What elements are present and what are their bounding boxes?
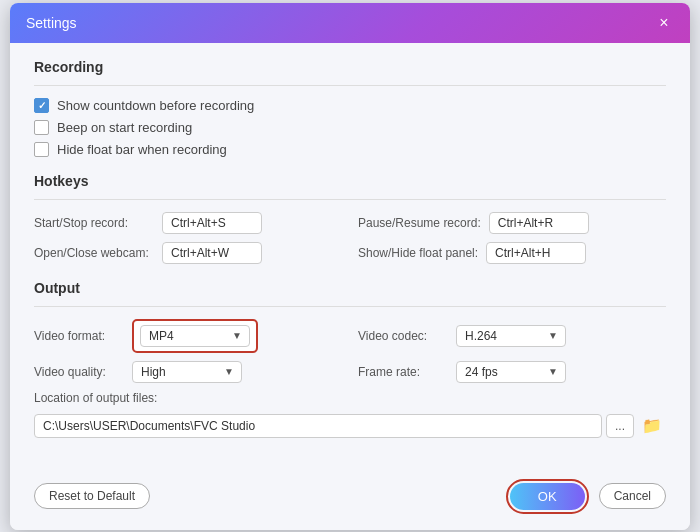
hotkey-pause-resume-input[interactable] — [489, 212, 589, 234]
video-codec-select-wrapper: H.264 H.265 ▼ — [456, 325, 566, 347]
hotkey-row-webcam: Open/Close webcam: — [34, 242, 342, 264]
hotkeys-grid: Start/Stop record: Pause/Resume record: … — [34, 212, 666, 264]
checkbox-hidefloat[interactable] — [34, 142, 49, 157]
checkbox-countdown[interactable] — [34, 98, 49, 113]
output-grid: Video format: MP4 AVI MOV ▼ — [34, 319, 666, 383]
video-format-highlight: MP4 AVI MOV ▼ — [132, 319, 258, 353]
close-button[interactable]: × — [654, 13, 674, 33]
recording-title: Recording — [34, 59, 666, 75]
video-format-select[interactable]: MP4 AVI MOV — [140, 325, 250, 347]
video-codec-select[interactable]: H.264 H.265 — [456, 325, 566, 347]
file-dots-button[interactable]: ... — [606, 414, 634, 438]
file-path-row: ... 📁 — [34, 413, 666, 439]
file-location-label: Location of output files: — [34, 391, 157, 405]
frame-rate-select[interactable]: 24 fps 30 fps 60 fps — [456, 361, 566, 383]
video-quality-select-wrapper: High Medium Low ▼ — [132, 361, 242, 383]
output-divider — [34, 306, 666, 307]
output-row-video-format: Video format: MP4 AVI MOV ▼ — [34, 319, 342, 353]
video-quality-label: Video quality: — [34, 365, 124, 379]
video-format-label: Video format: — [34, 329, 124, 343]
footer: Reset to Default OK Cancel — [10, 471, 690, 530]
reset-to-default-button[interactable]: Reset to Default — [34, 483, 150, 509]
video-format-select-wrapper: MP4 AVI MOV ▼ — [140, 325, 250, 347]
folder-icon[interactable]: 📁 — [638, 413, 666, 439]
hotkey-row-floatpanel: Show/Hide float panel: — [358, 242, 666, 264]
hotkey-pause-resume-label: Pause/Resume record: — [358, 216, 481, 230]
checkbox-countdown-label: Show countdown before recording — [57, 98, 254, 113]
checkbox-hidefloat-label: Hide float bar when recording — [57, 142, 227, 157]
output-title: Output — [34, 280, 666, 296]
hotkey-webcam-input[interactable] — [162, 242, 262, 264]
frame-rate-label: Frame rate: — [358, 365, 448, 379]
cancel-button[interactable]: Cancel — [599, 483, 666, 509]
hotkey-webcam-label: Open/Close webcam: — [34, 246, 154, 260]
hotkey-floatpanel-label: Show/Hide float panel: — [358, 246, 478, 260]
hotkey-start-stop-input[interactable] — [162, 212, 262, 234]
hotkeys-divider — [34, 199, 666, 200]
hotkey-start-stop-label: Start/Stop record: — [34, 216, 154, 230]
video-quality-select[interactable]: High Medium Low — [132, 361, 242, 383]
output-row-video-quality: Video quality: High Medium Low ▼ — [34, 361, 342, 383]
frame-rate-select-wrapper: 24 fps 30 fps 60 fps ▼ — [456, 361, 566, 383]
settings-dialog: Settings × Recording Show countdown befo… — [10, 3, 690, 530]
output-section: Output Video format: MP4 AVI MOV ▼ — [34, 280, 666, 439]
ok-btn-wrapper: OK — [506, 479, 589, 514]
output-row-video-codec: Video codec: H.264 H.265 ▼ — [358, 319, 666, 353]
output-row-frame-rate: Frame rate: 24 fps 30 fps 60 fps ▼ — [358, 361, 666, 383]
checkbox-row-beep: Beep on start recording — [34, 120, 666, 135]
hotkey-row-start-stop: Start/Stop record: — [34, 212, 342, 234]
hotkey-row-pause-resume: Pause/Resume record: — [358, 212, 666, 234]
video-codec-label: Video codec: — [358, 329, 448, 343]
hotkey-floatpanel-input[interactable] — [486, 242, 586, 264]
hotkeys-section: Hotkeys Start/Stop record: Pause/Resume … — [34, 173, 666, 264]
file-location-row: Location of output files: — [34, 391, 666, 405]
checkbox-beep[interactable] — [34, 120, 49, 135]
ok-button[interactable]: OK — [510, 483, 585, 510]
settings-content: Recording Show countdown before recordin… — [10, 43, 690, 471]
recording-divider — [34, 85, 666, 86]
recording-section: Recording Show countdown before recordin… — [34, 59, 666, 157]
footer-right: OK Cancel — [506, 479, 666, 514]
hotkeys-title: Hotkeys — [34, 173, 666, 189]
titlebar: Settings × — [10, 3, 690, 43]
file-path-input[interactable] — [34, 414, 602, 438]
checkbox-row-countdown: Show countdown before recording — [34, 98, 666, 113]
checkbox-beep-label: Beep on start recording — [57, 120, 192, 135]
dialog-title: Settings — [26, 15, 77, 31]
checkbox-row-hidefloat: Hide float bar when recording — [34, 142, 666, 157]
